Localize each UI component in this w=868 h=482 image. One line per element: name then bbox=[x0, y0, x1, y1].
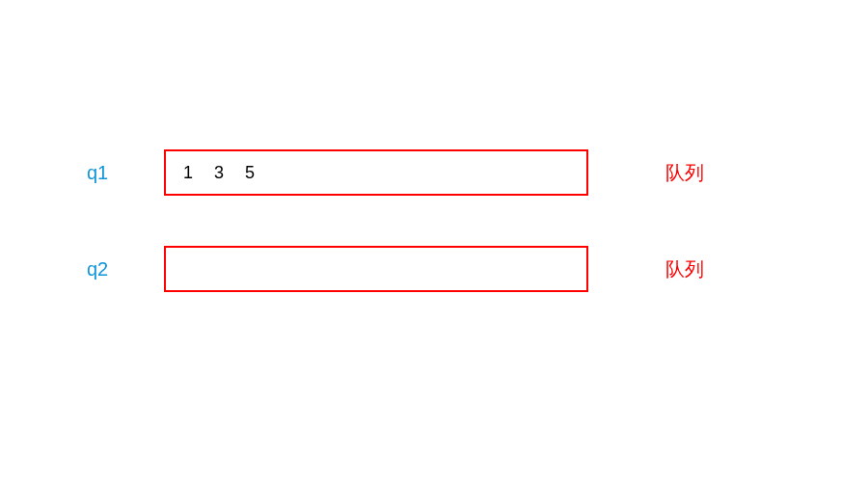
queue-box-q2 bbox=[164, 246, 588, 292]
queue-item: 3 bbox=[214, 163, 224, 183]
queue-label-q1: q1 bbox=[87, 162, 164, 184]
queue-type-label: 队列 bbox=[665, 160, 704, 186]
queue-row-q2: q2 队列 bbox=[87, 246, 704, 292]
queue-item: 5 bbox=[245, 163, 255, 183]
queue-item: 1 bbox=[183, 163, 193, 183]
queue-type-label: 队列 bbox=[665, 256, 704, 282]
queue-box-q1: 1 3 5 bbox=[164, 149, 588, 196]
queue-label-q2: q2 bbox=[87, 258, 164, 281]
queue-row-q1: q1 1 3 5 队列 bbox=[87, 149, 704, 196]
